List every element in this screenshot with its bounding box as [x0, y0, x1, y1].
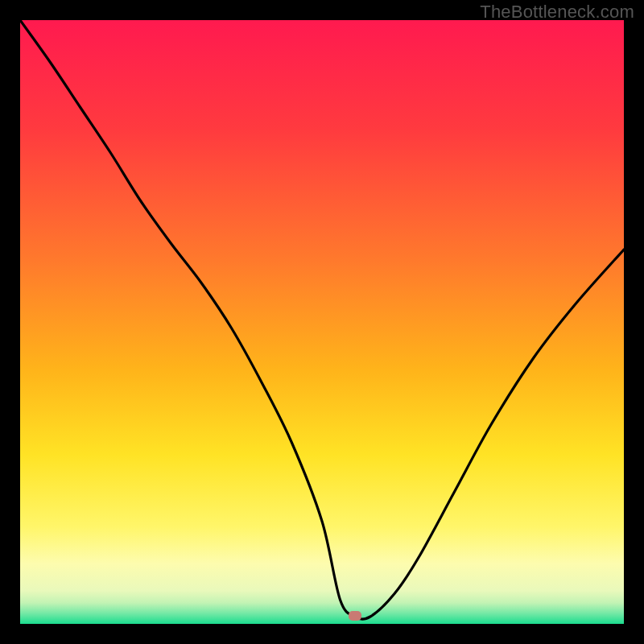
gradient-background	[20, 20, 624, 624]
chart-container: TheBottleneck.com	[0, 0, 644, 644]
bottleneck-marker	[349, 611, 361, 621]
watermark-text: TheBottleneck.com	[480, 2, 634, 23]
plot-area	[20, 20, 624, 624]
chart-svg	[20, 20, 624, 624]
